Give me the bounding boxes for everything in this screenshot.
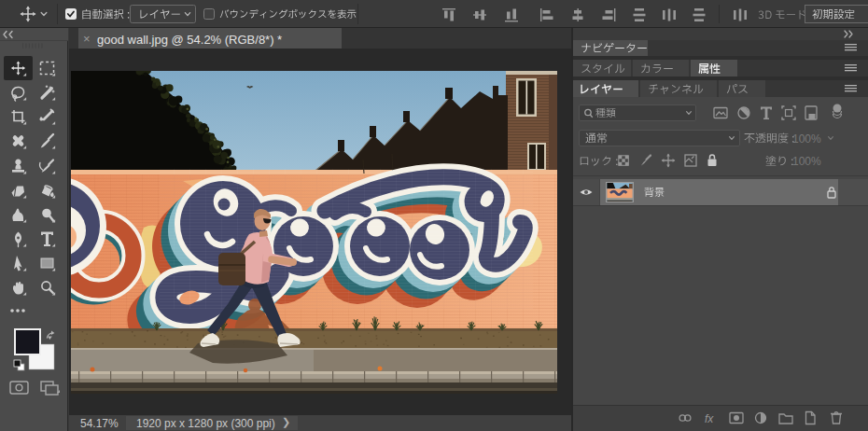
svg-text:fx: fx (705, 412, 714, 425)
